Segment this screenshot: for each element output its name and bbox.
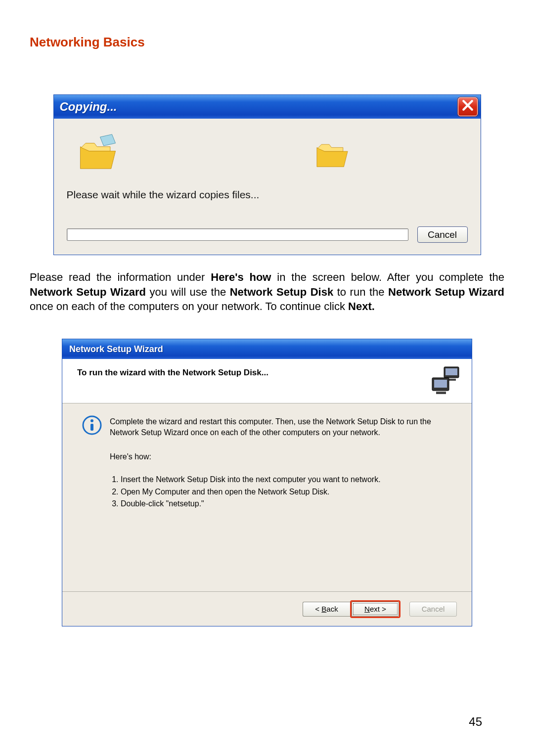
wizard-content: Complete the wizard and restart this com… (62, 403, 472, 591)
copy-cancel-button[interactable]: Cancel (417, 226, 468, 243)
back-button[interactable]: < Back (303, 602, 350, 617)
info-icon (82, 415, 102, 435)
svg-rect-1 (445, 368, 457, 375)
next-button-highlight: Next > (350, 600, 400, 618)
instruction-paragraph: Please read the information under Here's… (30, 270, 504, 314)
wizard-dialog: Network Setup Wizard To run the wizard w… (62, 339, 472, 626)
copying-titlebar: Copying... (54, 95, 481, 119)
next-button[interactable]: Next > (352, 602, 399, 617)
copy-progress-bar (67, 228, 408, 241)
section-title: Networking Basics (30, 35, 504, 50)
svg-rect-8 (90, 424, 93, 431)
folder-source-icon (76, 133, 120, 175)
close-icon (461, 99, 474, 115)
copying-dialog: Copying... (53, 94, 481, 255)
wizard-header: To run the wizard with the Network Setup… (62, 359, 472, 403)
copying-title-text: Copying... (60, 100, 117, 114)
list-item: Open My Computer and then open the Netwo… (121, 487, 452, 497)
svg-rect-5 (436, 392, 446, 394)
hereshow-label: Here's how: (110, 452, 452, 461)
wizard-titlebar: Network Setup Wizard (62, 339, 472, 359)
page-number: 45 (469, 715, 482, 729)
network-computers-icon (428, 366, 463, 398)
wizard-cancel-button: Cancel (409, 602, 457, 617)
list-item: Insert the Network Setup Disk into the n… (121, 474, 452, 485)
copying-wait-text: Please wait while the wizard copies file… (67, 189, 468, 201)
list-item: Double-click "netsetup." (121, 498, 452, 509)
wizard-title-text: Network Setup Wizard (69, 344, 163, 355)
steps-list: Insert the Network Setup Disk into the n… (110, 474, 452, 509)
close-button[interactable] (458, 97, 478, 116)
svg-rect-4 (434, 380, 447, 388)
wizard-info-text: Complete the wizard and restart this com… (110, 415, 452, 438)
wizard-footer: < Back Next > Cancel (62, 591, 472, 626)
wizard-header-text: To run the wizard with the Network Setup… (77, 366, 268, 378)
svg-point-7 (90, 419, 93, 422)
folder-dest-icon (313, 136, 352, 173)
